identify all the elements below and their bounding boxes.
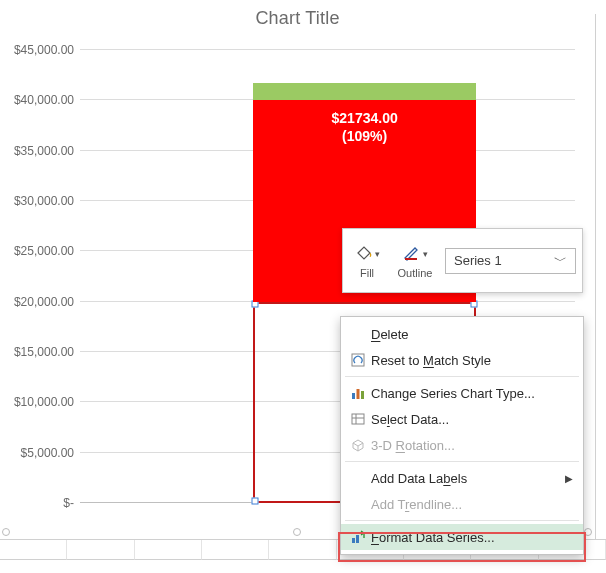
svg-rect-3 <box>357 389 360 399</box>
y-tick-label: $15,000.00 <box>14 345 74 359</box>
y-tick-label: $- <box>63 496 74 510</box>
svg-rect-4 <box>361 391 364 399</box>
format-series-icon <box>347 530 369 544</box>
series-select-value: Series 1 <box>454 253 502 268</box>
worksheet-gridline <box>595 14 606 539</box>
y-tick-label: $25,000.00 <box>14 244 74 258</box>
data-label-pct: (109%) <box>332 128 398 146</box>
y-tick-label: $45,000.00 <box>14 43 74 57</box>
menu-select-data[interactable]: Select Data... <box>341 406 583 432</box>
outline-label: Outline <box>398 267 433 279</box>
outline-button[interactable]: ▾ Outline <box>391 229 439 292</box>
series-select[interactable]: Series 1 ﹀ <box>445 248 576 274</box>
mini-format-toolbar: ▾ Fill ▾ Outline Series 1 ﹀ <box>342 228 583 293</box>
menu-add-data-labels[interactable]: Add Data Labels ▶ <box>341 465 583 491</box>
svg-rect-9 <box>356 535 359 543</box>
menu-3d-rotation: 3-D Rotation... <box>341 432 583 458</box>
y-tick-label: $10,000.00 <box>14 395 74 409</box>
chart-title[interactable]: Chart Title <box>0 0 595 33</box>
svg-rect-0 <box>405 258 417 260</box>
fill-button[interactable]: ▾ Fill <box>343 229 391 292</box>
submenu-arrow-icon: ▶ <box>565 473 573 484</box>
chevron-down-icon: ▾ <box>423 249 428 259</box>
menu-format-data-series[interactable]: Format Data Series... <box>341 524 583 550</box>
chevron-down-icon: ▾ <box>375 249 380 259</box>
pen-icon <box>403 245 421 263</box>
cube-icon <box>347 438 369 452</box>
menu-change-chart-type[interactable]: Change Series Chart Type... <box>341 380 583 406</box>
y-tick-label: $40,000.00 <box>14 93 74 107</box>
reset-icon <box>347 353 369 367</box>
svg-rect-5 <box>352 414 364 424</box>
svg-rect-8 <box>352 538 355 543</box>
data-label-value: $21734.00 <box>332 110 398 128</box>
y-tick-label: $30,000.00 <box>14 194 74 208</box>
menu-reset-style[interactable]: Reset to Match Style <box>341 347 583 373</box>
bar-chart-icon <box>347 386 369 400</box>
menu-add-trendline: Add Trendline... <box>341 491 583 517</box>
svg-rect-2 <box>352 393 355 399</box>
y-tick-label: $20,000.00 <box>14 295 74 309</box>
series-3-segment[interactable] <box>253 83 476 100</box>
y-tick-label: $5,000.00 <box>21 446 74 460</box>
fill-label: Fill <box>360 267 374 279</box>
chevron-down-icon: ﹀ <box>554 252 567 270</box>
y-tick-label: $35,000.00 <box>14 144 74 158</box>
context-menu: Delete Reset to Match Style Change Serie… <box>340 316 584 555</box>
menu-delete[interactable]: Delete <box>341 321 583 347</box>
table-icon <box>347 412 369 426</box>
paint-bucket-icon <box>355 245 373 263</box>
data-label[interactable]: $21734.00 (109%) <box>332 110 398 145</box>
